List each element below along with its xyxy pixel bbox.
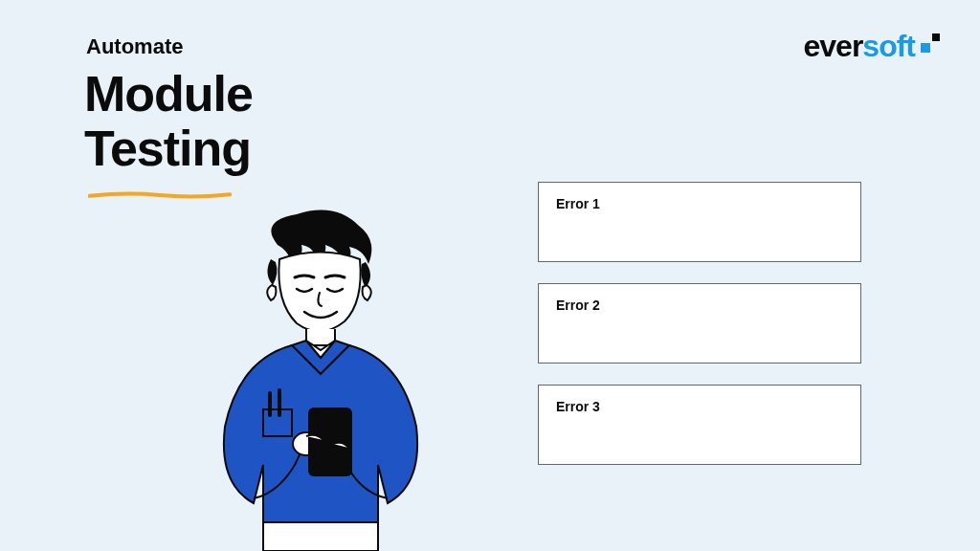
error-list: Error 1 Error 2 Error 3	[538, 182, 861, 465]
error-label: Error 1	[556, 196, 600, 211]
logo-text-part2: soft	[862, 29, 915, 63]
title-line-1: Module	[84, 67, 253, 121]
underline-accent	[88, 191, 232, 199]
error-label: Error 2	[556, 298, 600, 313]
kicker-text: Automate	[86, 34, 183, 59]
svg-rect-6	[308, 408, 352, 476]
error-box: Error 3	[538, 385, 861, 465]
svg-rect-0	[263, 522, 378, 551]
logo-text-part1: ever	[804, 29, 863, 63]
person-illustration	[172, 207, 450, 551]
page-title: Module Testing	[84, 67, 253, 176]
title-line-2: Testing	[84, 121, 253, 176]
error-box: Error 1	[538, 182, 861, 262]
error-label: Error 3	[556, 399, 600, 414]
error-box: Error 2	[538, 283, 861, 364]
logo-mark-icon	[921, 33, 942, 55]
brand-logo: eversoft	[804, 29, 943, 64]
